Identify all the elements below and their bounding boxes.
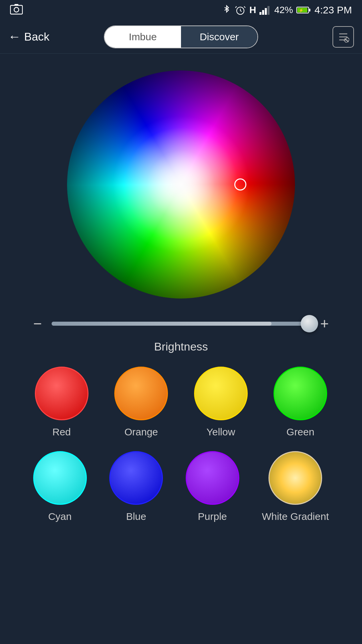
header-right xyxy=(304,26,354,48)
brightness-slider-thumb[interactable] xyxy=(301,315,318,332)
svg-rect-6 xyxy=(265,8,267,15)
tab-group: Imbue Discover xyxy=(104,25,258,48)
color-label-yellow: Yellow xyxy=(206,426,235,438)
brightness-slider-track[interactable] xyxy=(52,322,310,326)
back-arrow-icon: ← xyxy=(8,30,21,44)
tab-discover[interactable]: Discover xyxy=(181,26,257,48)
back-label: Back xyxy=(24,30,50,43)
brightness-slider-fill xyxy=(52,322,272,326)
svg-rect-7 xyxy=(267,6,269,15)
color-wheel-selector[interactable] xyxy=(234,178,246,191)
color-item-red[interactable]: Red xyxy=(35,367,88,438)
brightness-label: Brightness xyxy=(30,340,332,353)
tab-switcher: Imbue Discover xyxy=(58,25,304,48)
alarm-icon xyxy=(235,4,246,16)
bluetooth-icon xyxy=(222,4,231,16)
brightness-decrease-button[interactable]: − xyxy=(30,315,45,332)
svg-rect-2 xyxy=(14,4,18,6)
color-row-2: Cyan Blue Purple White Gradient xyxy=(22,451,340,522)
battery-icon: ⚡ xyxy=(296,6,311,14)
svg-rect-0 xyxy=(10,5,22,14)
svg-text:⚡: ⚡ xyxy=(299,8,304,13)
slider-row: − + xyxy=(30,315,332,332)
color-swatch-red[interactable] xyxy=(35,367,88,420)
color-label-green: Green xyxy=(287,426,314,438)
svg-rect-4 xyxy=(259,12,261,15)
color-label-red: Red xyxy=(52,426,71,438)
color-swatch-yellow[interactable] xyxy=(194,367,248,420)
color-swatch-cyan[interactable] xyxy=(33,451,87,505)
color-presets: Red Orange Yellow Green Cyan xyxy=(22,367,340,536)
svg-rect-9 xyxy=(309,9,310,11)
color-swatch-purple[interactable] xyxy=(186,451,239,505)
color-row-1: Red Orange Yellow Green xyxy=(22,367,340,438)
color-item-cyan[interactable]: Cyan xyxy=(33,451,87,522)
color-item-yellow[interactable]: Yellow xyxy=(194,367,248,438)
color-wheel-container[interactable] xyxy=(67,70,295,299)
status-bar: H 42% ⚡ 4:23 PM xyxy=(0,0,362,20)
color-label-cyan: Cyan xyxy=(48,511,72,522)
network-type-icon: H xyxy=(249,5,256,15)
color-label-orange: Orange xyxy=(124,426,158,438)
color-item-blue[interactable]: Blue xyxy=(109,451,163,522)
header: ← Back Imbue Discover xyxy=(0,20,362,54)
color-item-white-gradient[interactable]: White Gradient xyxy=(262,451,329,522)
signal-icon xyxy=(259,5,271,15)
time-display: 4:23 PM xyxy=(314,4,352,16)
brightness-section: − + Brightness xyxy=(30,315,332,353)
color-swatch-green[interactable] xyxy=(274,367,327,420)
color-swatch-white-gradient[interactable] xyxy=(268,451,322,505)
notes-list-button[interactable] xyxy=(333,26,354,48)
color-swatch-orange[interactable] xyxy=(114,367,168,420)
tab-imbue[interactable]: Imbue xyxy=(105,26,181,48)
notes-list-icon xyxy=(337,31,349,43)
main-content: − + Brightness Red Orange Yellow xyxy=(0,54,362,549)
color-label-white-gradient: White Gradient xyxy=(262,511,329,522)
svg-point-1 xyxy=(14,7,19,12)
color-label-purple: Purple xyxy=(198,511,227,522)
color-wheel[interactable] xyxy=(67,70,295,299)
color-swatch-blue[interactable] xyxy=(109,451,163,505)
color-label-blue: Blue xyxy=(126,511,146,522)
color-item-orange[interactable]: Orange xyxy=(114,367,168,438)
svg-rect-5 xyxy=(262,10,264,15)
color-item-green[interactable]: Green xyxy=(274,367,327,438)
battery-percent: 42% xyxy=(274,5,293,15)
brightness-increase-button[interactable]: + xyxy=(317,315,332,332)
color-item-purple[interactable]: Purple xyxy=(186,451,239,522)
status-photo-icon xyxy=(10,4,23,16)
back-button[interactable]: ← Back xyxy=(8,30,58,44)
status-icons: H 42% ⚡ 4:23 PM xyxy=(222,4,352,16)
